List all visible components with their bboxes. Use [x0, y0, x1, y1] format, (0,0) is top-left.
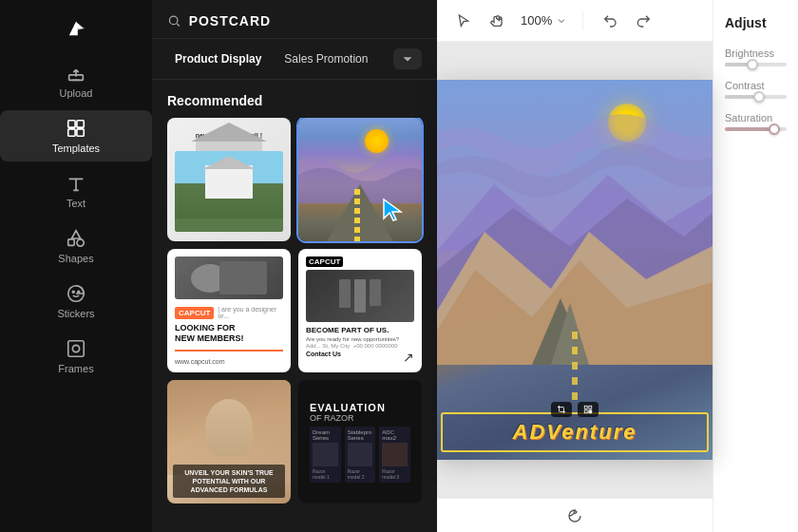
team-badge: CAPCUT: [175, 307, 214, 319]
refresh-button[interactable]: [563, 504, 586, 527]
filter-dropdown[interactable]: [393, 48, 422, 69]
sidebar-item-stickers-label: Stickers: [57, 308, 94, 319]
canvas-bottom-bar: [437, 498, 712, 532]
qr-icon: [583, 405, 593, 414]
chevron-down-icon: [401, 52, 414, 66]
zoom-selector[interactable]: 100%: [521, 13, 567, 28]
svg-rect-19: [591, 410, 592, 411]
svg-rect-17: [584, 410, 587, 413]
contrast-label: Contrast: [725, 80, 787, 91]
select-tool-button[interactable]: [452, 10, 475, 32]
filter-bar: Product Display Sales Promotion: [152, 39, 437, 80]
template-card-razor[interactable]: EVALUATION OF RAZOR Dream Series Razor m…: [298, 380, 422, 504]
qr-overlay-button[interactable]: [578, 402, 598, 417]
svg-rect-21: [591, 412, 592, 413]
sidebar-item-templates[interactable]: Templates: [0, 110, 152, 162]
template-card-team[interactable]: CAPCUT | are you a designer or... LOOKIN…: [167, 249, 291, 372]
undo-button[interactable]: [598, 10, 621, 32]
zoom-value: 100%: [521, 13, 552, 28]
sidebar-item-upload[interactable]: Upload: [0, 55, 152, 106]
become-contact: Contact Us: [306, 351, 414, 357]
text-icon: [66, 173, 86, 194]
redo-button[interactable]: [633, 10, 656, 32]
svg-rect-16: [589, 406, 592, 408]
saturation-slider[interactable]: [725, 127, 787, 131]
become-arrow-icon: ↗: [403, 350, 414, 365]
svg-point-6: [77, 239, 84, 246]
adjust-panel: Adjust Brightness Contrast Saturation: [712, 0, 798, 532]
sidebar-item-shapes[interactable]: Shapes: [0, 220, 152, 272]
sidebar-item-text[interactable]: Text: [0, 165, 152, 217]
adventure-text: ADVenture: [513, 420, 637, 444]
template-card-become[interactable]: CAPCUT BECOME PART OF US. Are you ready …: [298, 249, 422, 372]
canvas-area: 100%: [437, 0, 712, 532]
undo-icon: [602, 13, 618, 28]
svg-point-13: [169, 16, 178, 25]
cursor-arrow: [380, 196, 407, 226]
svg-rect-5: [77, 129, 84, 136]
stickers-icon: [66, 283, 86, 304]
frames-icon: [66, 338, 86, 359]
become-sub: Are you ready for new opportunities?: [306, 336, 414, 342]
redo-icon: [636, 13, 652, 28]
templates-icon: [66, 118, 86, 139]
svg-rect-3: [77, 121, 84, 127]
saturation-label: Saturation: [725, 112, 787, 124]
svg-rect-11: [68, 341, 85, 357]
template-card-road[interactable]: [298, 118, 422, 241]
sidebar-item-templates-label: Templates: [52, 142, 100, 154]
sidebar-item-frames-label: Frames: [58, 363, 93, 374]
upload-icon: [66, 63, 86, 84]
canvas-content: ADVenture: [437, 42, 712, 498]
shapes-icon: [66, 228, 86, 249]
contrast-control: Contrast: [725, 80, 787, 99]
team-heading: LOOKING FORNEW MEMBERS!: [175, 323, 283, 344]
hand-tool-icon: [490, 13, 505, 28]
search-icon: [167, 13, 181, 28]
filter-sales-promotion[interactable]: Sales Promotion: [276, 48, 375, 69]
adjust-title: Adjust: [725, 15, 787, 30]
brightness-control: Brightness: [725, 48, 787, 66]
crop-icon: [557, 405, 566, 414]
toolbar-separator: [582, 11, 583, 30]
contrast-slider[interactable]: [725, 95, 787, 99]
svg-rect-18: [589, 410, 590, 411]
sidebar-item-stickers[interactable]: Stickers: [0, 276, 152, 327]
template-card-house[interactable]: new available for all !: [167, 118, 291, 241]
become-heading: BECOME PART OF US.: [306, 326, 414, 334]
svg-point-9: [72, 291, 74, 293]
svg-point-10: [78, 291, 80, 293]
svg-point-12: [72, 345, 79, 352]
crop-overlay-button[interactable]: [551, 402, 572, 417]
refresh-icon: [567, 508, 582, 523]
saturation-control: Saturation: [725, 112, 787, 131]
sidebar-item-shapes-label: Shapes: [58, 253, 93, 264]
templates-panel: Product Display Sales Promotion Recommen…: [152, 0, 437, 532]
team-link: www.capcut.com: [175, 358, 283, 365]
canvas-frame[interactable]: ADVenture: [437, 80, 712, 460]
brightness-label: Brightness: [725, 48, 787, 59]
zoom-chevron-icon: [556, 15, 567, 27]
image-overlay-controls: [551, 402, 598, 417]
brightness-slider[interactable]: [725, 63, 787, 66]
svg-marker-14: [384, 200, 401, 220]
sidebar: Upload Templates Text Shapes: [0, 0, 152, 532]
svg-rect-4: [68, 129, 75, 136]
canvas-toolbar: 100%: [437, 0, 712, 42]
templates-grid: new available for all !: [152, 118, 437, 519]
sidebar-item-upload-label: Upload: [60, 87, 93, 99]
svg-rect-20: [589, 412, 590, 413]
filter-product-display[interactable]: Product Display: [167, 48, 269, 69]
search-bar: [152, 0, 437, 39]
search-input[interactable]: [189, 13, 422, 28]
template-card-face[interactable]: UNVEIL YOUR SKIN'S TRUE POTENTIAL WITH O…: [167, 380, 291, 504]
section-title: Recommended: [152, 80, 437, 118]
app-logo[interactable]: [59, 11, 93, 46]
hand-tool-button[interactable]: [486, 10, 509, 32]
sidebar-item-text-label: Text: [66, 198, 86, 209]
svg-rect-7: [68, 239, 74, 245]
svg-rect-15: [584, 406, 587, 408]
sidebar-item-frames[interactable]: Frames: [0, 331, 152, 382]
svg-rect-2: [68, 121, 75, 127]
cursor-tool-icon: [456, 13, 471, 28]
